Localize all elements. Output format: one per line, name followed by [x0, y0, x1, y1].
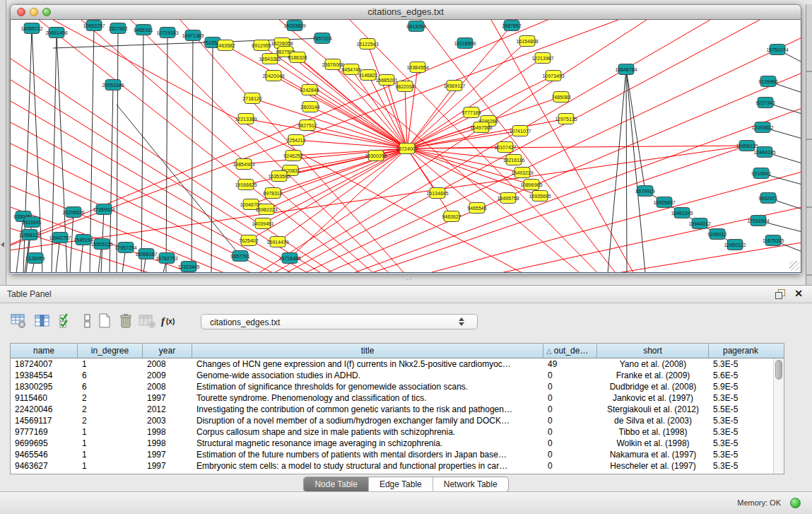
network-node[interactable]: 10719183	[156, 28, 178, 38]
row-height-icon[interactable]	[78, 311, 98, 331]
network-node[interactable]: 16461045	[671, 208, 693, 218]
network-node[interactable]: 12975135	[555, 114, 577, 124]
column-header-name[interactable]: name	[11, 344, 78, 358]
network-node[interactable]: 9227343	[755, 98, 775, 108]
network-node[interactable]: 12213389	[235, 114, 257, 124]
network-node[interactable]: 9210643	[751, 168, 770, 179]
column-header-out_de[interactable]: △out_de…	[543, 344, 597, 358]
network-node[interactable]: 23676068	[322, 59, 343, 70]
table-scrollbar-thumb[interactable]	[775, 360, 782, 380]
select-rows-icon[interactable]	[57, 311, 76, 331]
network-node[interactable]: 9129966	[758, 76, 777, 87]
network-node[interactable]: 9246252	[283, 151, 302, 161]
network-node[interactable]: 20053346	[102, 80, 124, 90]
network-node[interactable]: 16982223	[255, 204, 277, 215]
network-node[interactable]: 19384554	[406, 62, 428, 73]
network-node[interactable]: 15958135	[736, 141, 758, 151]
network-canvas[interactable]: 1405571220691406106532571527902646616110…	[10, 20, 801, 273]
network-node[interactable]: 12450122	[724, 240, 746, 250]
network-node[interactable]: 14569117	[444, 81, 466, 91]
network-node[interactable]: 16107427	[494, 142, 516, 153]
column-header-year[interactable]: year	[143, 344, 192, 358]
network-edge[interactable]	[53, 20, 682, 273]
network-node[interactable]: 9242848	[300, 85, 319, 95]
network-node[interactable]: 9777169	[461, 107, 481, 118]
network-node[interactable]: 15751074	[766, 45, 788, 55]
network-node[interactable]: 13942757	[49, 233, 71, 243]
network-node[interactable]: 10926837	[653, 197, 675, 208]
network-node[interactable]: 16935695	[529, 191, 551, 201]
network-edge[interactable]	[192, 35, 193, 273]
table-row[interactable]: 969969511998Structural magnetic resonanc…	[11, 438, 784, 449]
canvas-resize-grip[interactable]	[789, 261, 799, 271]
network-node[interactable]: 16914479	[266, 237, 288, 247]
network-node[interactable]: 18216116	[503, 155, 525, 165]
network-node[interactable]: 14039461	[252, 218, 273, 229]
network-edge[interactable]	[11, 186, 505, 273]
network-edge[interactable]	[131, 20, 505, 273]
left-collapsed-panel[interactable]	[0, 0, 6, 285]
network-node[interactable]: 17359924	[93, 204, 114, 215]
right-scroll-strip[interactable]	[806, 4, 812, 285]
network-node[interactable]: 14055712	[20, 23, 42, 34]
show-column-icon[interactable]	[33, 311, 52, 331]
network-node[interactable]: 15493219	[511, 168, 533, 178]
network-node[interactable]: 9245012	[707, 229, 726, 240]
network-node[interactable]: 19854903	[233, 159, 254, 170]
network-node[interactable]: 9657791	[230, 251, 249, 262]
network-node[interactable]: 2687652	[502, 21, 521, 31]
column-header-short[interactable]: short	[597, 344, 709, 358]
table-row[interactable]: 1872400712008Changes of HCN gene express…	[11, 358, 784, 370]
network-edge[interactable]	[138, 207, 801, 273]
network-node[interactable]: 9692971	[758, 193, 777, 204]
network-node[interactable]: 16648784	[615, 64, 637, 75]
minimize-window-button[interactable]	[30, 8, 38, 16]
panel-expand-arrow-icon[interactable]	[1, 242, 4, 247]
table-row[interactable]: 946362711997Embryonic stem cells: a mode…	[11, 460, 784, 472]
network-edge[interactable]	[70, 212, 73, 273]
network-node[interactable]: 12093832	[751, 122, 773, 133]
column-header-title[interactable]: title	[192, 344, 543, 358]
network-node[interactable]: 16497568	[470, 122, 492, 133]
network-graph[interactable]: 1405571220691406106532571527902646616110…	[11, 20, 801, 273]
network-node[interactable]: 18300295	[365, 151, 387, 161]
network-node[interactable]: 15134845	[426, 188, 448, 199]
network-node[interactable]: 8186328	[288, 52, 307, 63]
table-settings-icon[interactable]	[8, 311, 28, 331]
network-node[interactable]: 15505135	[90, 239, 112, 250]
zoom-window-button[interactable]	[42, 8, 51, 16]
network-node[interactable]: 10896965	[520, 180, 542, 190]
table-scrollbar[interactable]	[773, 358, 784, 474]
function-builder-icon[interactable]: f(x)	[160, 311, 180, 331]
window-titlebar[interactable]: citations_edges.txt	[10, 4, 801, 20]
table-row[interactable]: 1938455462009Genome-wide association stu…	[11, 370, 784, 381]
network-node[interactable]: 7625402	[239, 235, 258, 246]
network-node[interactable]: 8679919	[635, 186, 654, 197]
network-node[interactable]: 2803144	[300, 102, 319, 112]
network-edge[interactable]	[626, 69, 627, 273]
network-node[interactable]: 16154808	[516, 36, 538, 47]
network-node[interactable]: 10653257	[83, 21, 105, 31]
memory-status-indicator[interactable]	[790, 498, 801, 508]
network-node[interactable]: 7485083	[551, 92, 570, 103]
network-edge[interactable]	[407, 148, 452, 216]
close-window-button[interactable]	[17, 8, 25, 16]
network-edge[interactable]	[138, 108, 801, 273]
network-node[interactable]: 20206526	[62, 207, 84, 218]
network-node[interactable]: 17016504	[747, 216, 769, 226]
tab-node-table[interactable]: Node Table	[304, 477, 369, 491]
tab-edge-table[interactable]: Edge Table	[369, 477, 433, 491]
network-node[interactable]: 10741077	[509, 126, 531, 136]
network-node[interactable]: 12444195	[753, 147, 775, 158]
table-row[interactable]: 2242004622012Investigating the contribut…	[11, 404, 784, 415]
column-header-in_degree[interactable]: in_degree	[78, 344, 143, 358]
network-node[interactable]: 6466161	[134, 25, 153, 35]
network-edge[interactable]	[16, 216, 23, 273]
network-node[interactable]: 8813054	[406, 21, 425, 32]
network-node[interactable]: 15716485	[278, 253, 300, 264]
network-node[interactable]: 7857224	[312, 33, 331, 44]
network-node[interactable]: 10944012	[688, 218, 710, 229]
network-node[interactable]: 18495758	[497, 193, 519, 204]
delete-trash-icon[interactable]	[116, 311, 136, 331]
network-node[interactable]: 20691406	[45, 28, 67, 38]
